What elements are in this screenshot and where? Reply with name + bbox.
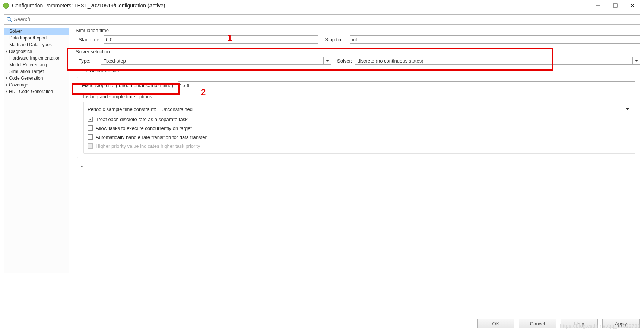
sidebar-item-coverage[interactable]: Coverage <box>4 82 69 88</box>
type-dropdown[interactable]: Fixed-step <box>101 57 331 65</box>
solver-details-panel: Fixed-step size (fundamental sample time… <box>77 77 640 158</box>
button-bar: OK Cancel Help Apply <box>477 319 640 328</box>
sidebar-item-label: Solver <box>9 29 22 34</box>
sidebar-item-hdl-code-generation[interactable]: HDL Code Generation <box>4 88 69 95</box>
search-input[interactable] <box>14 15 638 24</box>
minimize-button[interactable] <box>590 0 607 11</box>
type-value: Fixed-step <box>101 58 323 64</box>
sidebar-item-data-import-export[interactable]: Data Import/Export <box>4 35 69 41</box>
sidebar-item-label: Code Generation <box>9 76 43 81</box>
sidebar-item-model-referencing[interactable]: Model Referencing <box>4 61 69 68</box>
sidebar-item-solver[interactable]: Solver <box>4 28 69 35</box>
sidebar-item-label: Data Import/Export <box>9 35 47 41</box>
sidebar-item-code-generation[interactable]: Code Generation <box>4 75 69 82</box>
search-icon <box>6 16 12 22</box>
sidebar-item-simulation-target[interactable]: Simulation Target <box>4 68 69 75</box>
svg-line-5 <box>10 20 12 22</box>
help-button[interactable]: Help <box>561 319 598 328</box>
sidebar-item-label: Coverage <box>9 82 28 88</box>
tasking-options-title: Tasking and sample time options <box>82 94 635 99</box>
annotation-label-1: 1 <box>227 33 232 43</box>
main-area: Solver Data Import/Export Math and Data … <box>0 28 644 273</box>
concurrent-tasks-checkbox[interactable] <box>88 125 93 131</box>
cancel-button[interactable]: Cancel <box>519 319 556 328</box>
help-label: Help <box>574 321 584 327</box>
sidebar-item-label: Simulation Target <box>9 69 44 74</box>
solver-selection-group: Solver selection Type: Fixed-step Solver… <box>76 49 640 65</box>
stop-time-input[interactable] <box>350 35 640 44</box>
periodic-constraint-dropdown[interactable]: Unconstrained <box>159 105 631 113</box>
sidebar: Solver Data Import/Export Math and Data … <box>4 28 69 273</box>
solver-details-expander[interactable]: Solver details <box>85 68 640 73</box>
simulation-time-group: Simulation time Start time: Stop time: <box>76 28 640 44</box>
sidebar-item-label: HDL Code Generation <box>9 89 53 94</box>
chevron-down-icon <box>323 57 331 64</box>
title-bar: Configuration Parameters: TEST_20210519/… <box>0 0 644 11</box>
content-panel: Simulation time Start time: Stop time: S… <box>69 28 640 273</box>
cancel-label: Cancel <box>530 321 545 327</box>
rate-transition-label: Automatically handle rate transition for… <box>96 134 207 140</box>
type-label: Type: <box>79 58 98 64</box>
ok-label: OK <box>492 321 499 327</box>
sidebar-item-label: Diagnostics <box>9 49 32 54</box>
search-bar[interactable] <box>4 14 640 25</box>
discrete-rate-label: Treat each discrete rate as a separate t… <box>96 117 188 122</box>
solver-dropdown[interactable]: discrete (no continuous states) <box>355 57 640 65</box>
sidebar-item-label: Model Referencing <box>9 62 47 67</box>
sidebar-item-diagnostics[interactable]: Diagnostics <box>4 48 69 55</box>
simulation-time-title: Simulation time <box>76 28 640 33</box>
annotation-label-2: 2 <box>201 87 206 98</box>
solver-label: Solver: <box>337 58 352 64</box>
sidebar-item-label: Hardware Implementation <box>9 55 60 61</box>
ok-button[interactable]: OK <box>477 319 514 328</box>
start-time-label: Start time: <box>79 37 101 42</box>
chevron-down-icon <box>624 105 631 113</box>
sidebar-item-label: Math and Data Types <box>9 42 52 47</box>
periodic-constraint-value: Unconstrained <box>159 106 624 112</box>
solver-selection-title: Solver selection <box>76 49 640 54</box>
minimize-icon <box>596 3 600 8</box>
higher-priority-checkbox <box>88 143 93 149</box>
close-button[interactable] <box>624 0 641 11</box>
fixed-step-size-label: Fixed-step size (fundamental sample time… <box>82 83 175 88</box>
sidebar-item-math-data-types[interactable]: Math and Data Types <box>4 41 69 48</box>
solver-value: discrete (no continuous states) <box>355 58 632 64</box>
sidebar-item-hardware-implementation[interactable]: Hardware Implementation <box>4 55 69 61</box>
higher-priority-label: Higher priority value indicates higher t… <box>96 143 200 149</box>
maximize-icon <box>613 3 618 8</box>
more-indicator: ... <box>79 162 640 168</box>
chevron-down-icon <box>632 57 640 64</box>
tasking-options-panel: Periodic sample time constraint: Unconst… <box>83 102 635 154</box>
window-title: Configuration Parameters: TEST_20210519/… <box>12 3 590 9</box>
concurrent-tasks-label: Allow tasks to execute concurrently on t… <box>96 125 192 131</box>
start-time-input[interactable] <box>104 35 318 44</box>
solver-details-title: Solver details <box>90 68 119 73</box>
apply-button[interactable]: Apply <box>602 319 640 328</box>
app-icon <box>3 3 9 9</box>
svg-rect-1 <box>613 4 617 7</box>
discrete-rate-checkbox[interactable] <box>88 117 93 122</box>
fixed-step-size-input[interactable] <box>178 81 635 89</box>
close-icon <box>630 3 635 8</box>
maximize-button[interactable] <box>607 0 624 11</box>
stop-time-label: Stop time: <box>325 37 347 42</box>
svg-point-4 <box>7 17 10 20</box>
periodic-constraint-label: Periodic sample time constraint: <box>88 106 156 112</box>
rate-transition-checkbox[interactable] <box>88 134 93 140</box>
apply-label: Apply <box>615 321 627 327</box>
